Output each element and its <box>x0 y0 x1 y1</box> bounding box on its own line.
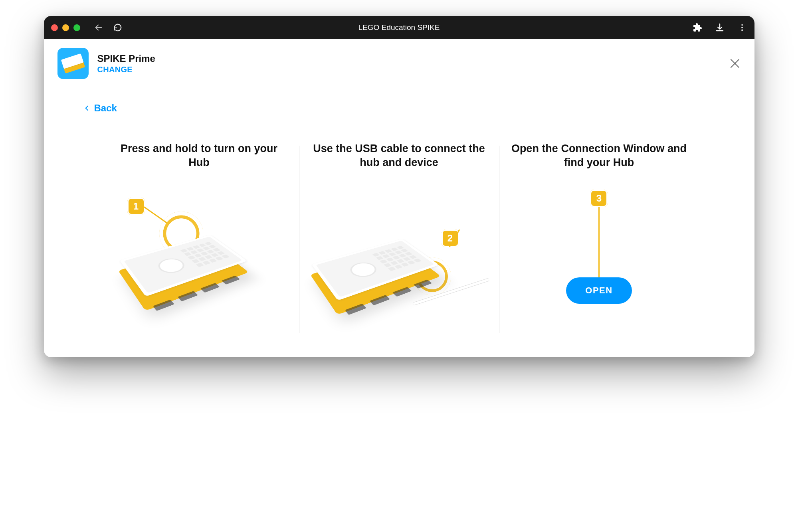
step-1-title: Press and hold to turn on your Hub <box>111 142 287 186</box>
window-zoom-button[interactable] <box>73 24 80 31</box>
product-name: SPIKE Prime <box>97 53 155 64</box>
download-icon[interactable] <box>715 22 725 33</box>
step-3-connector-line <box>598 207 600 279</box>
window-title: LEGO Education SPIKE <box>358 23 440 32</box>
step-1: Press and hold to turn on your Hub 1 <box>99 142 299 333</box>
step-3-title: Open the Connection Window and find your… <box>511 142 687 186</box>
more-menu-icon[interactable] <box>737 22 747 33</box>
back-button[interactable]: Back <box>76 88 723 126</box>
svg-point-3 <box>741 30 743 31</box>
app-window: LEGO Education SPIKE SPIKE Prime CHANGE <box>44 16 754 357</box>
titlebar-right-controls <box>692 22 747 33</box>
step-2: Use the USB cable to connect the hub and… <box>299 142 499 333</box>
nav-reload-button[interactable] <box>113 23 123 32</box>
open-connection-button[interactable]: OPEN <box>566 277 632 304</box>
hub-mini-icon <box>61 53 85 73</box>
page-content: Back Press and hold to turn on your Hub … <box>44 88 754 357</box>
step-3-illustration: 3 OPEN <box>566 190 632 304</box>
step-3-badge: 3 <box>590 190 608 207</box>
close-button[interactable] <box>729 57 741 69</box>
svg-point-1 <box>741 24 743 26</box>
nav-controls <box>94 23 123 32</box>
step-1-badge: 1 <box>127 198 145 215</box>
hub-illustration-2 <box>310 247 440 315</box>
product-header-text: SPIKE Prime CHANGE <box>97 53 155 74</box>
hub-illustration <box>118 243 248 311</box>
window-controls-group <box>51 24 80 31</box>
change-product-link[interactable]: CHANGE <box>97 65 155 74</box>
chevron-left-icon <box>84 103 90 113</box>
extensions-icon[interactable] <box>692 22 703 33</box>
product-icon <box>57 48 89 79</box>
back-label: Back <box>94 103 117 114</box>
product-header: SPIKE Prime CHANGE <box>44 39 754 88</box>
titlebar: LEGO Education SPIKE <box>44 16 754 39</box>
svg-point-2 <box>741 27 743 28</box>
step-1-illustration: 1 <box>111 190 287 317</box>
steps-row: Press and hold to turn on your Hub 1 <box>76 142 723 333</box>
step-2-illustration: 2 <box>311 190 487 317</box>
nav-back-button[interactable] <box>94 23 103 32</box>
window-minimize-button[interactable] <box>62 24 69 31</box>
step-2-title: Use the USB cable to connect the hub and… <box>311 142 487 186</box>
step-3: Open the Connection Window and find your… <box>499 142 699 333</box>
window-close-button[interactable] <box>51 24 58 31</box>
